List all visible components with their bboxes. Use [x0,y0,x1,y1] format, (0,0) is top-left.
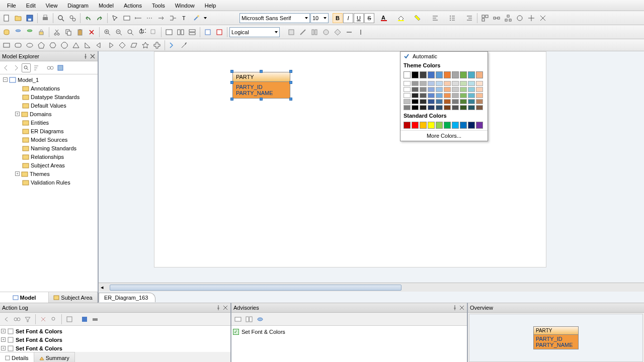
tree-node[interactable]: Subject Areas [1,161,97,169]
layout6-icon[interactable] [537,13,548,24]
mexp-find-icon[interactable] [22,63,31,72]
shape-diamond-icon[interactable] [117,40,128,51]
tree-node[interactable]: Relationships [1,152,97,161]
list-icon[interactable] [447,13,458,24]
shape-triangle-icon[interactable] [70,40,82,51]
gen6-icon[interactable] [344,27,355,38]
adv-icon2[interactable] [245,315,254,324]
horizontal-scrollbar[interactable]: ◂ [99,283,644,292]
view-mode-select[interactable]: Logical [229,27,280,37]
bold-button[interactable]: B [333,13,343,23]
subject3-icon[interactable] [187,27,198,38]
rel3-icon[interactable] [156,13,167,24]
tree-node[interactable]: Validation Rules [1,178,97,187]
tree-node[interactable]: Datatype Standards [1,93,97,101]
mexp-filter-icon[interactable] [46,63,55,72]
fill-color-dropdown[interactable] [407,13,412,24]
shape-octagon-icon[interactable] [59,40,70,51]
font-color-dropdown[interactable] [390,13,395,24]
color-swatch[interactable] [452,81,459,86]
color-swatch[interactable] [404,105,411,110]
shape-roundrect-icon[interactable] [13,40,24,51]
subject2-icon[interactable] [175,27,186,38]
color-swatch[interactable] [412,122,419,129]
alog-filter2-icon[interactable] [23,315,32,324]
mart-open-icon[interactable] [13,27,24,38]
layout1-icon[interactable] [479,13,491,24]
color-swatch[interactable] [412,71,419,78]
rel1-icon[interactable] [133,13,144,24]
color-swatch[interactable] [460,71,467,78]
action-log-item[interactable]: +Set Font & Colors [1,327,229,335]
color-swatch[interactable] [428,93,435,98]
color-swatch[interactable] [428,122,435,129]
color-swatch[interactable] [444,105,451,110]
layout2-icon[interactable] [491,13,502,24]
color-swatch[interactable] [420,87,427,92]
color-swatch[interactable] [476,105,483,110]
color-swatch[interactable] [468,81,475,86]
pin-icon[interactable] [83,53,89,59]
zoom-out-icon[interactable] [113,27,124,38]
color-swatch[interactable] [444,93,451,98]
color-swatch[interactable] [412,93,419,98]
color-swatch[interactable] [436,71,443,78]
menu-view[interactable]: View [41,2,63,10]
mart-icon[interactable] [1,27,12,38]
shape-parallelogram-icon[interactable] [128,40,139,51]
color-swatch[interactable] [420,99,427,104]
color-swatch[interactable] [436,122,443,129]
mexp-fwd-icon[interactable] [12,63,21,72]
color-swatch[interactable] [444,81,451,86]
shape-hexagon-icon[interactable] [47,40,58,51]
menu-window[interactable]: Window [170,2,200,10]
print-icon[interactable] [40,13,51,24]
color-swatch[interactable] [412,87,419,92]
color-swatch[interactable] [420,71,427,78]
rel2-icon[interactable] [144,13,155,24]
color-swatch[interactable] [404,99,411,104]
shape-larrow-icon[interactable] [94,40,105,51]
color-swatch[interactable] [428,105,435,110]
action-log-item[interactable]: +Set Font & Colors [1,344,229,352]
dropdown-arrow-icon[interactable] [202,13,208,24]
adv-icon1[interactable] [233,315,243,324]
color-swatch[interactable] [404,81,411,86]
font-color-button[interactable]: A [378,13,389,24]
alog-undo-icon[interactable] [2,315,11,324]
color-swatch[interactable] [468,71,475,78]
pin-icon[interactable] [452,305,458,311]
highlight-dropdown[interactable] [424,13,429,24]
color-swatch[interactable] [468,93,475,98]
mexp-refresh-icon[interactable] [56,63,65,72]
color-swatch[interactable] [476,87,483,92]
expand-icon[interactable]: + [1,329,6,333]
align-icon[interactable] [430,13,441,24]
fill-color-button[interactable] [395,13,407,24]
color-swatch[interactable] [452,71,459,78]
color-swatch[interactable] [476,93,483,98]
zoom-sel-icon[interactable] [148,27,159,38]
expand-icon[interactable]: + [1,346,6,350]
diagram-tab[interactable]: ER_Diagram_163 [99,293,155,302]
alog-export-icon[interactable] [65,315,74,324]
expand-icon[interactable]: + [15,171,20,176]
gen4-icon[interactable] [320,27,332,38]
highlight-color-button[interactable] [413,13,424,24]
mexp-sort-icon[interactable] [32,63,41,72]
color-swatch[interactable] [468,105,475,110]
color-swatch[interactable] [460,105,467,110]
shape-connector-icon[interactable] [167,40,178,51]
select-icon[interactable] [110,13,121,24]
shape-pentagon-icon[interactable] [36,40,47,51]
tree-node[interactable]: Naming Standards [1,144,97,152]
expand-icon[interactable]: + [1,337,6,342]
alog-filter1-icon[interactable] [13,315,22,324]
menu-actions[interactable]: Actions [119,2,147,10]
layout4-icon[interactable] [514,13,525,24]
color-swatch[interactable] [452,105,459,110]
color-swatch[interactable] [476,122,483,129]
find-icon[interactable] [55,13,66,24]
color-swatch[interactable] [460,81,467,86]
color-swatch[interactable] [468,99,475,104]
